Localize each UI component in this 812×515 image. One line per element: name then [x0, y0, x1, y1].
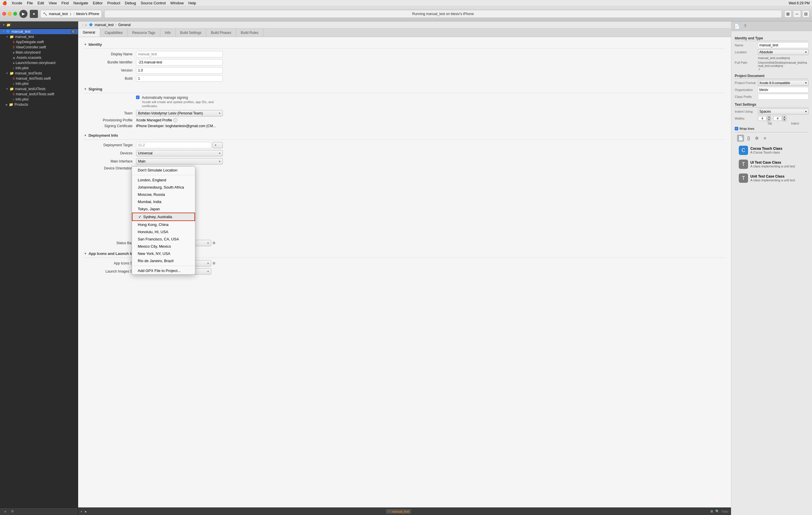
dropdown-item-mumbai[interactable]: Mumbai, India [132, 198, 195, 206]
team-select[interactable]: Bohdan-Volodymyr Lesiv (Personal Team) ▼ [136, 110, 223, 116]
add-file-button[interactable]: + [2, 508, 8, 515]
breadcrumb-section[interactable]: General [118, 23, 131, 27]
sidebar-group-uitests[interactable]: ▼ 📁 manual_testUITests [0, 86, 78, 91]
run-button[interactable]: ▶ [19, 10, 28, 18]
right-indent-using-select[interactable]: Spaces ▼ [758, 109, 809, 114]
menu-product[interactable]: Product [107, 1, 120, 5]
right-org-input[interactable] [758, 87, 809, 93]
breadcrumb-project[interactable]: manual_test [95, 23, 113, 27]
provisioning-info-icon[interactable]: i [173, 118, 177, 122]
dropdown-item-san-francisco[interactable]: San Francisco, CA, USA [132, 236, 195, 243]
tab-build-rules[interactable]: Build Rules [236, 28, 263, 37]
grid-icon[interactable]: ⊞ [710, 510, 713, 513]
main-interface-select[interactable]: Main ▼ [136, 158, 223, 164]
sidebar-toggle-icon[interactable]: ▼ [2, 23, 5, 26]
sidebar-group-products[interactable]: ▶ 📁 Products [0, 102, 78, 107]
nav-back-button[interactable]: ‹ [82, 23, 84, 27]
template-tab-file[interactable]: 📄 [737, 135, 744, 142]
bundle-id-input[interactable] [136, 59, 223, 65]
menu-debug[interactable]: Debug [125, 1, 136, 5]
menu-view[interactable]: View [49, 1, 57, 5]
rpanel-tab-quick-help[interactable]: ? [742, 23, 749, 30]
deployment-target-select[interactable]: ▼ [212, 142, 223, 148]
sidebar-group-manual-test[interactable]: ▼ 📁 manual_test [0, 34, 78, 39]
sidebar-group-tests[interactable]: ▼ 📁 manual_testTests [0, 71, 78, 76]
deployment-target-input[interactable] [136, 142, 211, 148]
menu-xcode[interactable]: Xcode [11, 1, 22, 5]
wrap-lines-checkbox[interactable]: ✓ [735, 127, 738, 130]
sidebar-item-appdelegate[interactable]: S AppDelegate.swift [0, 39, 78, 45]
sidebar-item-launchscreen[interactable]: ■ LaunchScreen.storyboard [0, 60, 78, 65]
app-icons-toggle[interactable]: ▼ [84, 252, 87, 255]
tab-general[interactable]: General [78, 28, 100, 37]
dropdown-item-johannesburg[interactable]: Johannesburg, South Africa [132, 184, 195, 191]
right-location-select[interactable]: Absolute ▼ [758, 49, 809, 55]
right-class-prefix-input[interactable] [758, 94, 809, 100]
menu-file[interactable]: File [27, 1, 33, 5]
scheme-selector[interactable]: 🔨 manual_test ❯ | blesiv's iPhone [40, 10, 102, 18]
tab-width-down[interactable]: ▼ [767, 118, 771, 121]
sidebar-item-viewcontroller[interactable]: S ViewController.swift [0, 45, 78, 50]
sidebar-item-assets[interactable]: ◉ Assets.xcassets [0, 55, 78, 60]
layout-btn-3[interactable]: ⊟ [802, 10, 810, 18]
menu-window[interactable]: Window [170, 1, 184, 5]
menu-source-control[interactable]: Source Control [141, 1, 166, 5]
dropdown-item-new-york[interactable]: New York, NY, USA [132, 250, 195, 257]
signing-toggle[interactable]: ▼ [84, 87, 87, 91]
layout-btn-1[interactable]: ⊞ [784, 10, 792, 18]
sidebar-item-tests-swift[interactable]: S manual_testTests.swift [0, 76, 78, 81]
tab-capabilities[interactable]: Capabilities [100, 28, 127, 37]
reveal-in-finder-icon[interactable]: ↗ [758, 68, 760, 71]
indent-width-down[interactable]: ▼ [782, 118, 786, 121]
template-tab-code[interactable]: {} [745, 135, 752, 142]
right-name-input[interactable] [758, 42, 809, 48]
dropdown-item-london[interactable]: London, England [132, 177, 195, 184]
sidebar-item-uitests-swift[interactable]: S manual_testUITests.swift [0, 91, 78, 97]
dropdown-item-no-simulate[interactable]: Don't Simulate Location [132, 167, 195, 174]
auto-signing-checkbox[interactable]: ✓ [136, 96, 140, 99]
stop-button[interactable]: ■ [30, 10, 38, 18]
bottom-icon-2[interactable]: ● [85, 510, 87, 513]
indent-width-input[interactable] [773, 116, 782, 121]
indent-width-up[interactable]: ▲ [782, 115, 786, 118]
maximize-button[interactable] [13, 12, 17, 16]
nav-forward-button[interactable]: › [85, 23, 87, 27]
tab-width-input[interactable] [758, 116, 766, 121]
apple-menu[interactable]: 🍎 [2, 1, 7, 5]
dropdown-item-sydney[interactable]: ✓ Sydney, Australia [132, 213, 195, 221]
display-name-input[interactable] [136, 51, 223, 57]
menu-edit[interactable]: Edit [38, 1, 44, 5]
dropdown-item-honolulu[interactable]: Honolulu, HI, USA [132, 228, 195, 236]
close-button[interactable] [2, 12, 6, 16]
menu-editor[interactable]: Editor [93, 1, 103, 5]
location-dropdown[interactable]: Don't Simulate Location London, England … [132, 166, 195, 275]
layout-btn-2[interactable]: ↔ [793, 10, 801, 18]
version-input[interactable] [136, 67, 223, 74]
dropdown-item-rio[interactable]: Rio de Janeiro, Brazil [132, 257, 195, 265]
sidebar-footer-btn[interactable]: ⚙ [9, 508, 16, 515]
template-tab-list[interactable]: ≡ [761, 135, 768, 142]
devices-select[interactable]: Universal ▼ [136, 150, 223, 156]
minimize-button[interactable] [8, 12, 11, 16]
dropdown-item-mexico-city[interactable]: Mexico City, Mexico [132, 243, 195, 250]
menu-help[interactable]: Help [188, 1, 196, 5]
menu-find[interactable]: Find [61, 1, 68, 5]
template-item-uitest[interactable]: T UI Test Case Class A class implementin… [737, 158, 806, 171]
add-bottom-icon[interactable]: + [81, 510, 82, 513]
dropdown-item-moscow[interactable]: Moscow, Russia [132, 191, 195, 198]
dropdown-item-tokyo[interactable]: Tokyo, Japan [132, 206, 195, 213]
dropdown-add-gpx[interactable]: Add GPX File to Project... [132, 267, 195, 274]
template-item-cocoa[interactable]: C Cocoa Touch Class A Cocoa Touch class [737, 144, 806, 157]
sidebar-item-uitests-plist[interactable]: ≡ Info.plist [0, 97, 78, 102]
tab-info[interactable]: Info [160, 28, 176, 37]
template-item-unittest[interactable]: T Unit Test Case Class A class implement… [737, 172, 806, 185]
deployment-toggle[interactable]: ▼ [84, 134, 87, 137]
filter-icon[interactable]: 🔍 [715, 510, 719, 513]
identity-toggle[interactable]: ▼ [84, 43, 87, 46]
tab-resource-tags[interactable]: Resource Tags [127, 28, 160, 37]
right-project-format-select[interactable]: Xcode 8.0-compatible ▼ [758, 80, 809, 86]
sidebar-item-info-plist[interactable]: ≡ Info.plist [0, 65, 78, 71]
menu-navigate[interactable]: Navigate [73, 1, 88, 5]
tab-width-up[interactable]: ▲ [767, 115, 771, 118]
build-input[interactable] [136, 75, 223, 82]
